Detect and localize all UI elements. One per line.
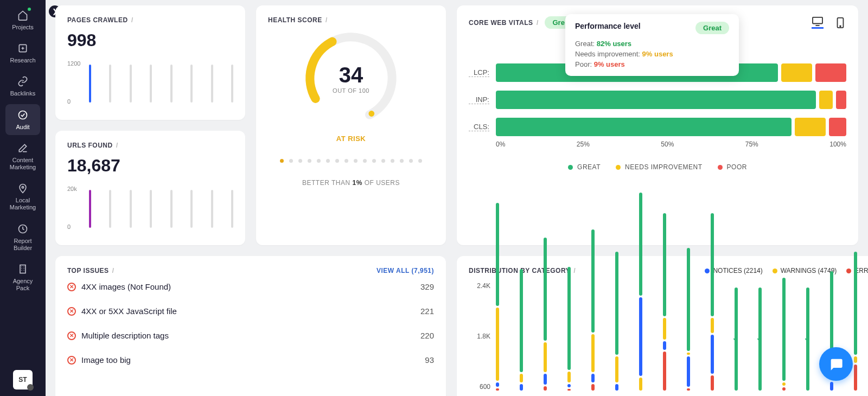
edit-icon	[16, 142, 29, 155]
metric-label: INP:	[469, 95, 489, 104]
info-icon[interactable]: i	[537, 19, 539, 27]
issue-count: 221	[420, 306, 434, 316]
pages-crawled-value: 998	[67, 30, 233, 50]
axis-label: 0	[67, 98, 71, 105]
error-icon: ✕	[67, 356, 76, 365]
user-avatar[interactable]: ST	[13, 370, 33, 389]
nav-label: Projects	[12, 24, 34, 31]
issue-count: 329	[420, 282, 434, 291]
nav-label: Research	[10, 57, 35, 64]
card-title: HEALTH SCORE	[268, 16, 322, 24]
cwv-legend: GREAT NEEDS IMPROVEMENT POOR	[469, 163, 846, 171]
main-content: PAGES CRAWLEDi 998 1200 0 URLS FOUNDi 18…	[46, 0, 868, 396]
gauge-value: 34	[339, 63, 363, 87]
building-icon	[16, 263, 29, 276]
nav-label: Report Builder	[5, 238, 40, 252]
legend-needs: NEEDS IMPROVEMENT	[616, 163, 703, 171]
pin-icon	[16, 182, 29, 195]
svg-point-10	[840, 25, 841, 27]
svg-rect-4	[20, 265, 25, 273]
error-icon: ✕	[67, 307, 76, 316]
nav-research[interactable]: Research	[5, 37, 40, 68]
cls-row: CLS:	[469, 118, 846, 136]
issue-count: 93	[425, 355, 434, 365]
issue-label: Image too big	[81, 355, 131, 365]
nav-report-builder[interactable]: Report Builder	[5, 218, 40, 256]
distribution-card: DISTRIBUTION BY CATEGORYi NOTICES (2214)…	[457, 256, 868, 396]
metric-label: LCP:	[469, 68, 489, 77]
distribution-legend: NOTICES (2214) WARNINGS (4749) ERRORS (9…	[705, 267, 868, 274]
urls-found-card: URLS FOUNDi 18,687 20k 0	[55, 131, 245, 245]
nav-content-marketing[interactable]: Content Marketing	[5, 137, 40, 175]
x-axis: 0%25%50%75%100%	[496, 140, 846, 148]
check-icon: ✓	[756, 334, 763, 342]
card-title: URLS FOUND	[67, 142, 113, 149]
error-icon: ✕	[67, 331, 76, 340]
nav-label: Backlinks	[10, 90, 35, 97]
legend-great: GREAT	[568, 163, 601, 171]
card-title: CORE WEB VITALS	[469, 19, 533, 27]
nav-backlinks[interactable]: Backlinks	[5, 71, 40, 101]
dots-indicator	[280, 159, 422, 163]
desktop-icon[interactable]	[812, 17, 824, 29]
info-icon[interactable]: i	[112, 267, 114, 274]
urls-found-sparkline: 20k 0	[67, 186, 233, 234]
issue-label: Multiple description tags	[81, 331, 169, 340]
link-icon	[16, 75, 29, 88]
better-than-text: BETTER THAN 1% OF USERS	[302, 179, 400, 187]
health-score-card: HEALTH SCOREi 34 OUT OF 100 AT RISK	[256, 5, 446, 245]
issue-row[interactable]: ✕Multiple description tags220	[67, 323, 434, 348]
nav-agency-pack[interactable]: Agency Pack	[5, 258, 40, 296]
sidebar: Projects Research Backlinks Audit Conten…	[0, 0, 46, 396]
svg-point-2	[22, 187, 23, 188]
info-icon[interactable]: i	[131, 16, 133, 24]
axis-label: 20k	[67, 186, 77, 192]
info-icon[interactable]: i	[573, 267, 576, 274]
distribution-chart: 2.4K 1.8K 600 ✓ ✓ ✓	[496, 282, 868, 391]
error-icon: ✕	[67, 283, 76, 291]
chat-button[interactable]	[819, 347, 853, 381]
issue-label: 4XX or 5XX JavaScript file	[81, 306, 177, 316]
info-icon[interactable]: i	[116, 142, 118, 149]
core-web-vitals-card: CORE WEB VITALSi Gre Performance level G…	[457, 5, 858, 245]
clock-icon	[16, 222, 29, 235]
check-icon: ✓	[804, 334, 810, 342]
nav-label: Agency Pack	[5, 278, 40, 292]
card-title: TOP ISSUES	[67, 267, 109, 274]
nav-audit[interactable]: Audit	[5, 104, 40, 135]
research-icon	[16, 42, 29, 55]
nav-label: Local Marketing	[5, 197, 40, 211]
issue-label: 4XX images (Not Found)	[81, 282, 171, 291]
mobile-icon[interactable]	[834, 17, 846, 29]
issue-row[interactable]: ✕Image too big93	[67, 348, 434, 372]
view-all-link[interactable]: VIEW ALL (7,951)	[376, 267, 434, 274]
top-issues-card: TOP ISSUESi VIEW ALL (7,951) ✕4XX images…	[55, 256, 446, 396]
issue-row[interactable]: ✕4XX or 5XX JavaScript file221	[67, 299, 434, 323]
legend-poor: POOR	[718, 163, 747, 171]
info-icon[interactable]: i	[326, 16, 328, 24]
user-initials: ST	[18, 376, 27, 384]
tooltip-title: Performance level	[575, 22, 695, 34]
nav-label: Content Marketing	[5, 157, 40, 171]
issue-row[interactable]: ✕4XX images (Not Found)329	[67, 274, 434, 299]
svg-point-1	[19, 111, 27, 119]
pages-crawled-sparkline: 1200 0	[67, 60, 233, 109]
legend-warnings: WARNINGS (4749)	[773, 267, 837, 274]
nav-local-marketing[interactable]: Local Marketing	[5, 177, 40, 215]
performance-tooltip: Performance level Great Great: 82% users…	[565, 14, 739, 76]
inp-row: INP:	[469, 91, 846, 109]
svg-rect-8	[813, 17, 822, 24]
metric-label: CLS:	[469, 123, 489, 131]
health-gauge: 34 OUT OF 100	[302, 29, 400, 127]
nav-label: Audit	[16, 124, 29, 131]
nav-projects[interactable]: Projects	[5, 4, 40, 35]
card-title: PAGES CRAWLED	[67, 16, 128, 24]
urls-found-value: 18,687	[67, 156, 233, 176]
pages-crawled-card: PAGES CRAWLEDi 998 1200 0	[55, 5, 245, 120]
home-icon	[16, 9, 29, 22]
issue-count: 220	[420, 331, 434, 340]
axis-label: 0	[67, 223, 71, 230]
gauge-subtitle: OUT OF 100	[333, 87, 369, 94]
check-circle-icon	[16, 108, 29, 122]
chat-icon	[828, 356, 844, 372]
